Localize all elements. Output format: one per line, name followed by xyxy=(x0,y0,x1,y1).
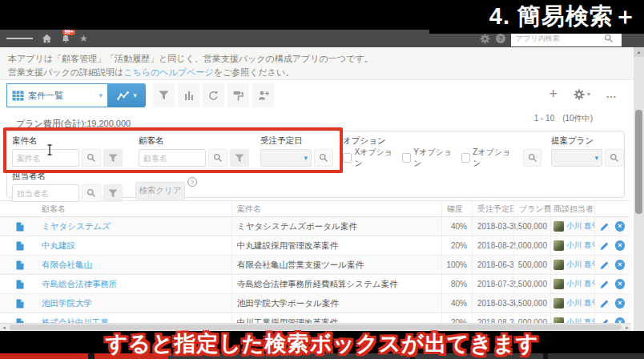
bar-chart-icon xyxy=(184,91,194,100)
column-header-customer: 顧客名 xyxy=(37,201,232,216)
app-search-input[interactable] xyxy=(516,34,604,42)
table-view-icon xyxy=(12,91,24,101)
avatar xyxy=(553,260,564,270)
owner-link[interactable]: 小川 喜句 xyxy=(566,279,595,289)
delete-icon[interactable]: × xyxy=(615,298,625,309)
case-name-text: 有限会社亀山営業支援ツール案件 xyxy=(232,256,442,274)
notification-badge: 99+ xyxy=(62,30,75,35)
record-file-icon[interactable] xyxy=(16,241,24,251)
delete-icon[interactable]: × xyxy=(615,221,625,232)
home-icon[interactable] xyxy=(42,34,52,43)
checkbox-icon xyxy=(461,153,470,163)
option-x-checkbox[interactable]: Xオプション xyxy=(343,147,398,169)
record-file-icon[interactable] xyxy=(16,222,24,232)
record-file-icon[interactable] xyxy=(16,260,24,270)
edit-pencil-icon[interactable] xyxy=(600,241,610,251)
video-frame: 4. 簡易検索＋ 99+ ★ ? xyxy=(0,0,644,359)
avatar xyxy=(553,279,564,289)
paint-roller-icon xyxy=(233,91,244,101)
filter-button[interactable] xyxy=(153,83,175,107)
records-table: 顧客名 案件名 確度 受注予定日 プラン費用 商談担当者 ミヤタシステムズ ミヤ… xyxy=(0,200,630,323)
edit-pencil-icon[interactable] xyxy=(600,260,610,270)
edit-pencil-icon[interactable] xyxy=(600,280,610,289)
customer-name-search-button[interactable] xyxy=(208,149,227,167)
search-icon xyxy=(213,153,223,163)
column-header-probability: 確度 xyxy=(442,201,473,216)
table-row: ミヤタシステムズ ミヤタシステムズポータル案件 40% 2018-03-31 3… xyxy=(0,217,630,236)
plan-select[interactable]: ▾ xyxy=(551,149,602,167)
question-circle-icon[interactable]: ? xyxy=(187,177,197,187)
owner-name-search-button[interactable] xyxy=(82,184,101,202)
plan-fee-value: 2,000,000 xyxy=(514,236,551,255)
delete-icon[interactable]: × xyxy=(615,240,625,251)
add-record-button[interactable]: + xyxy=(549,86,557,103)
owner-link[interactable]: 小川 喜句 xyxy=(566,221,595,232)
record-file-icon[interactable] xyxy=(16,299,24,309)
owner-name-input[interactable] xyxy=(12,184,79,202)
plan-search-button[interactable] xyxy=(605,149,624,167)
refresh-button[interactable] xyxy=(203,83,224,107)
delete-icon[interactable]: × xyxy=(615,260,625,270)
scroll-up-arrow-icon[interactable]: ▴ xyxy=(634,47,644,57)
customer-name-input[interactable] xyxy=(139,149,206,167)
customer-link[interactable]: 寺島総合法律事務所 xyxy=(42,279,118,290)
order-date-select[interactable]: ▾ xyxy=(260,149,312,167)
chevron-down-icon: ▾ xyxy=(587,91,590,98)
vertical-scrollbar-thumb[interactable] xyxy=(635,110,642,214)
order-date-value: 2018-08-24 xyxy=(473,313,514,323)
column-header-case: 案件名 xyxy=(232,201,442,216)
edit-pencil-icon[interactable] xyxy=(600,299,610,309)
line-graph-icon xyxy=(117,91,130,101)
customer-link[interactable]: 中丸建設 xyxy=(42,240,75,252)
field-owner-name: 担当者名 xyxy=(12,171,123,202)
chart-button[interactable] xyxy=(178,83,199,107)
help-icon[interactable]: ? xyxy=(496,34,505,43)
options-search-button[interactable] xyxy=(523,149,541,167)
delete-icon[interactable]: × xyxy=(615,279,625,289)
delete-icon[interactable]: × xyxy=(615,317,625,323)
case-name-filter-button[interactable] xyxy=(103,149,123,167)
help-page-link[interactable]: こちらのヘルプページ xyxy=(123,67,213,77)
order-date-value: 2018-08-24 xyxy=(473,236,514,255)
add-user-button[interactable] xyxy=(252,83,274,107)
view-selector[interactable]: 案件一覧 ▾ xyxy=(6,83,108,107)
owner-link[interactable]: 小川 喜句 xyxy=(566,240,595,251)
customer-link[interactable]: 有限会社亀山 xyxy=(42,260,92,271)
funnel-icon xyxy=(108,189,118,198)
owner-name-filter-button[interactable] xyxy=(103,184,123,202)
case-name-text: 寺島総合法律事務所経費精算システム案件 xyxy=(232,275,442,293)
toolbar-icon-group xyxy=(153,83,274,107)
order-date-search-button[interactable] xyxy=(314,149,333,167)
vertical-scrollbar[interactable]: ▴ xyxy=(634,47,644,331)
order-date-value: 2018-03-31 xyxy=(473,294,514,313)
settings-gear-icon[interactable] xyxy=(480,34,490,44)
case-name-text: 中川工業採用管理改革案件 xyxy=(232,313,442,323)
option-y-checkbox[interactable]: Yオプション xyxy=(402,147,457,169)
paint-roller-button[interactable] xyxy=(227,83,249,107)
hamburger-menu-icon[interactable] xyxy=(6,37,33,41)
funnel-icon xyxy=(159,91,169,100)
owner-link[interactable]: 小川 喜句 xyxy=(566,298,595,309)
more-options-button[interactable]: ... xyxy=(606,89,617,100)
search-icon[interactable] xyxy=(604,34,614,43)
customer-name-filter-button[interactable] xyxy=(230,149,249,167)
edit-pencil-icon[interactable] xyxy=(600,222,610,232)
owner-link[interactable]: 小川 喜句 xyxy=(566,317,595,323)
notifications-bell-icon[interactable]: 99+ xyxy=(61,34,70,44)
favorites-star-icon[interactable]: ★ xyxy=(79,34,88,43)
owner-link[interactable]: 小川 喜句 xyxy=(566,260,595,270)
search-icon xyxy=(87,153,96,163)
customer-link[interactable]: ミヤタシステムズ xyxy=(42,221,111,232)
overlay-title: 4. 簡易検索＋ xyxy=(489,1,638,33)
table-row: 寺島総合法律事務所 寺島総合法律事務所経費精算システム案件 80% 2018-0… xyxy=(0,275,630,294)
search-clear-button[interactable]: 検索クリア ? xyxy=(135,182,185,200)
customer-link[interactable]: 池田学院大学 xyxy=(42,298,92,309)
record-file-icon[interactable] xyxy=(16,280,24,289)
view-settings-button[interactable]: ▾ xyxy=(574,89,590,100)
chevron-down-icon: ▾ xyxy=(133,91,137,99)
customer-link[interactable]: 株式会社中川工業 xyxy=(42,317,109,324)
avatar xyxy=(553,317,564,323)
case-name-search-button[interactable] xyxy=(82,149,101,167)
option-z-checkbox[interactable]: Zオプション xyxy=(461,147,516,169)
graph-button[interactable]: ▾ xyxy=(108,83,146,107)
